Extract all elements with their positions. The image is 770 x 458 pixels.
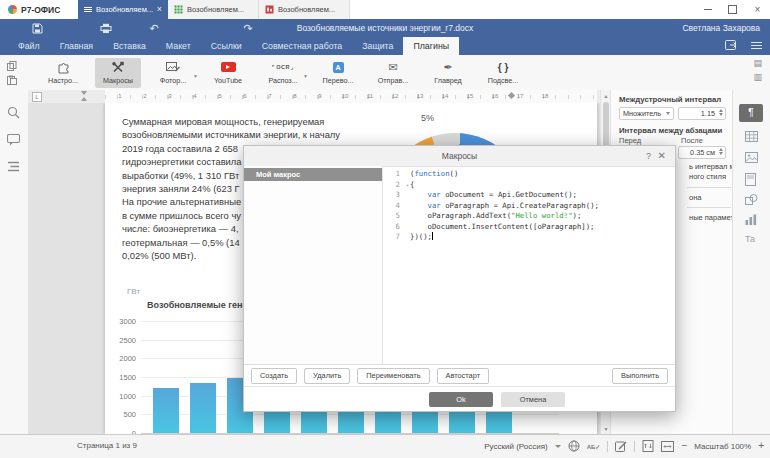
code-line[interactable]: 7})();: [384, 232, 675, 243]
zoom-out-button[interactable]: −: [681, 441, 687, 451]
fit-width-icon[interactable]: [661, 441, 674, 452]
spellcheck-icon[interactable]: АБ✓: [587, 443, 601, 450]
panel-divider: [687, 187, 731, 188]
dialog-toolbar: Создать Удалить Переименовать Автостарт …: [244, 364, 675, 386]
code-line[interactable]: 2▾{: [384, 180, 675, 191]
app-logo-label: Р7-ОФИС: [21, 5, 60, 15]
run-macro-button[interactable]: Выполнить: [612, 368, 668, 384]
create-macro-button[interactable]: Создать: [251, 368, 297, 384]
close-button[interactable]: ×: [745, 0, 770, 19]
tab-close-icon[interactable]: ×: [157, 5, 162, 14]
code-line[interactable]: 1(function(): [384, 169, 675, 180]
dialog-help-button[interactable]: ?: [646, 146, 651, 166]
copy-icon[interactable]: [7, 61, 17, 71]
dialog-close-icon[interactable]: ✕: [658, 146, 666, 166]
chart-settings-icon[interactable]: [745, 214, 757, 225]
zoom-in-button[interactable]: +: [758, 441, 764, 451]
line-spacing-dropdown[interactable]: Множитель: [619, 107, 674, 120]
horizontal-ruler[interactable]: L 123456789101112131415161718: [28, 90, 600, 104]
rename-macro-button[interactable]: Переименовать: [357, 368, 429, 384]
ruler-number: 14: [440, 93, 450, 99]
code-line[interactable]: 6 oDocument.InsertContent([oParagraph]);: [384, 222, 675, 233]
paste-icon[interactable]: [7, 75, 17, 85]
autostart-macro-button[interactable]: Автостарт: [437, 368, 490, 384]
comments-icon[interactable]: [7, 134, 20, 146]
bar-chart-title: Возобновляемые генери: [147, 300, 258, 310]
plugin-youtube-button[interactable]: YouTube: [205, 58, 251, 88]
document-tab-presentation[interactable]: Возобновляем...: [259, 0, 350, 19]
menu-tab-4[interactable]: Макет: [156, 37, 201, 55]
macros-dialog[interactable]: Макросы ? ✕ Мой макрос 1(function()2▾{3 …: [243, 145, 676, 412]
zoom-level-label: Масштаб 100%: [694, 442, 751, 451]
statusbar-right: Русский (Россия) АБ✓ − Масштаб 100% +: [484, 435, 764, 457]
tab-menu-icon[interactable]: [84, 6, 92, 13]
document-tab-spreadsheet[interactable]: Возобновляем...: [168, 0, 259, 19]
macro-list-item[interactable]: Мой макрос: [244, 168, 382, 181]
print-icon[interactable]: [99, 22, 113, 34]
paragraph-settings-button[interactable]: ¶: [739, 104, 763, 122]
plugin-settings-button[interactable]: Настро...: [40, 58, 86, 88]
fold-marker-icon[interactable]: ▾: [406, 180, 409, 191]
document-tab-text[interactable]: Возобновляем... ×: [78, 0, 168, 19]
spacing-after-spinner[interactable]: 0.35 см: [678, 146, 726, 159]
plugin-button-label: Макросы: [103, 76, 133, 85]
fit-page-icon[interactable]: [642, 440, 654, 452]
table-settings-icon[interactable]: [745, 131, 758, 142]
ruler-number: 5: [215, 93, 225, 99]
code-line[interactable]: 4 var oParagraph = Api.CreateParagraph()…: [384, 201, 675, 212]
code-line[interactable]: 3 var oDocument = Api.GetDocument();: [384, 190, 675, 201]
dialog-footer: Ok Отмена: [244, 386, 675, 414]
collapse-toolbar-icon[interactable]: ▥: [753, 73, 762, 82]
plugin-photo-editor-button[interactable]: Фотор... ▼: [150, 58, 196, 88]
menu-tab-1[interactable]: Файл: [8, 37, 50, 55]
menu-tab-7[interactable]: Защита: [352, 37, 403, 55]
app-logo[interactable]: Р7-ОФИС: [0, 0, 78, 19]
chevron-down-icon: ▼: [193, 73, 198, 79]
open-file-location-icon[interactable]: [725, 40, 738, 51]
menu-tab-5[interactable]: Ссылки: [201, 37, 252, 55]
plugin-ocr-button[interactable]: OCR Распоз... ▼: [260, 58, 306, 88]
code-editor[interactable]: 1(function()2▾{3 var oDocument = Api.Get…: [384, 166, 675, 367]
plugin-send-button[interactable]: ✉ Отправ...: [370, 58, 416, 88]
menu-tab-3[interactable]: Вставка: [103, 37, 156, 55]
plugin-glavred-button[interactable]: ✒ Главред: [425, 58, 471, 88]
line-spacing-spinner[interactable]: 1.15: [678, 107, 726, 120]
plugin-button-label: Фотор...: [160, 76, 187, 85]
maximize-button[interactable]: [720, 0, 745, 19]
undo-icon[interactable]: ↶: [147, 22, 161, 34]
y-axis-tick: 3000: [108, 317, 136, 326]
navigation-headings-icon[interactable]: [7, 161, 20, 172]
spinner-arrows-icon[interactable]: [719, 109, 723, 116]
dialog-header[interactable]: Макросы ? ✕: [244, 146, 675, 167]
shape-settings-icon[interactable]: [745, 194, 758, 205]
redo-icon[interactable]: ↷: [241, 22, 255, 34]
headers-footers-icon[interactable]: [745, 173, 756, 186]
hamburger-menu-icon[interactable]: [751, 40, 762, 51]
document-language-icon[interactable]: [568, 440, 580, 452]
indent-marker[interactable]: [81, 91, 88, 101]
menu-tab-2[interactable]: Главная: [50, 37, 103, 55]
ok-button[interactable]: Ok: [429, 392, 493, 407]
menu-tab-6[interactable]: Совместная работа: [252, 37, 353, 55]
tab-stop-selector[interactable]: L: [32, 92, 42, 102]
plugin-code-highlight-button[interactable]: { } Подсве...: [480, 58, 526, 88]
view-settings-icon[interactable]: ▤: [753, 59, 762, 68]
page-indicator[interactable]: Страница 1 из 9: [77, 435, 137, 457]
cancel-button[interactable]: Отмена: [501, 392, 565, 407]
search-icon[interactable]: [7, 106, 20, 119]
text-art-settings-icon[interactable]: Та: [745, 234, 755, 244]
track-changes-icon[interactable]: [615, 440, 627, 452]
code-line[interactable]: 5 oParagraph.AddText("Hello world!");: [384, 211, 675, 222]
language-selector[interactable]: Русский (Россия): [484, 442, 547, 451]
menu-tab-8[interactable]: Плагины: [403, 37, 459, 55]
save-icon[interactable]: [30, 22, 44, 34]
spinner-arrows-icon[interactable]: [719, 148, 723, 155]
image-settings-icon[interactable]: [745, 152, 758, 163]
macro-list[interactable]: Мой макрос: [244, 166, 383, 364]
background-color-label[interactable]: она: [689, 193, 701, 202]
plugin-macros-button[interactable]: Макросы: [95, 58, 141, 88]
plugin-translator-button[interactable]: А Перево...: [315, 58, 361, 88]
same-style-checkbox-label2: ного стиля: [689, 172, 726, 181]
delete-macro-button[interactable]: Удалить: [304, 368, 350, 384]
minimize-button[interactable]: [695, 0, 720, 19]
